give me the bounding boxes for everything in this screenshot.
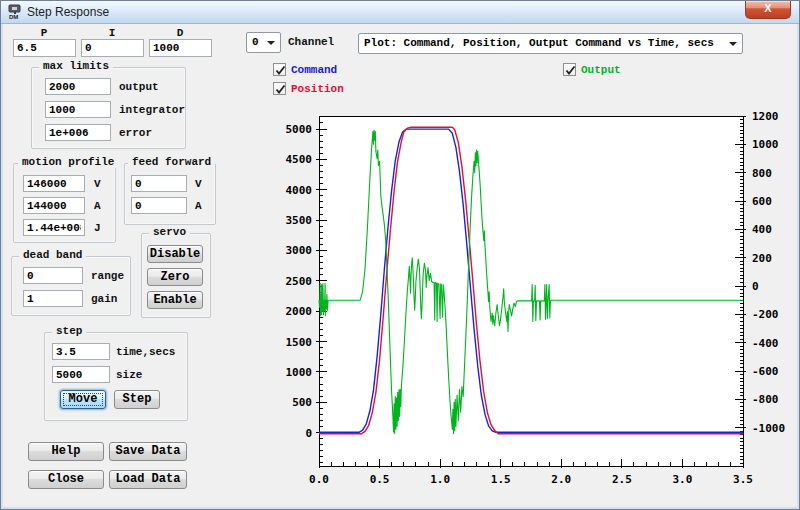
dead-band-group: dead band [11, 256, 131, 316]
error-limit-label: error [119, 127, 152, 139]
jerk-input[interactable] [23, 219, 85, 236]
position-checkbox[interactable] [273, 82, 286, 95]
servo-group-label: servo [149, 226, 190, 238]
ff-accel-input[interactable] [131, 197, 187, 214]
svg-text:-200: -200 [752, 308, 779, 321]
svg-text:1000: 1000 [286, 366, 313, 379]
svg-text:3500: 3500 [286, 214, 313, 227]
i-label: I [81, 27, 143, 39]
svg-text:5000: 5000 [286, 123, 313, 136]
deadband-gain-label: gain [91, 293, 117, 305]
step-response-dialog: DM Step Response X P I D 0 Channel Plot:… [0, 0, 800, 510]
step-time-input[interactable] [52, 343, 110, 360]
svg-text:1000: 1000 [752, 138, 779, 151]
svg-text:-600: -600 [752, 365, 779, 378]
svg-text:2.0: 2.0 [551, 473, 571, 486]
ff-accel-label: A [195, 200, 202, 212]
svg-text:1.5: 1.5 [491, 473, 511, 486]
chevron-down-icon [267, 41, 275, 45]
svg-text:600: 600 [752, 195, 772, 208]
disable-button[interactable]: Disable [147, 245, 203, 263]
titlebar-close-button[interactable]: X [745, 1, 791, 19]
plot-select-value: Plot: Command, Position, Output Command … [364, 37, 724, 49]
step-time-label: time,secs [116, 346, 175, 358]
velocity-label: V [94, 178, 101, 190]
svg-text:0.0: 0.0 [309, 473, 329, 486]
step-size-input[interactable] [52, 366, 110, 383]
channel-label: Channel [288, 36, 334, 48]
integrator-limit-label: integrator [119, 104, 185, 116]
check-icon [274, 64, 287, 77]
svg-text:0: 0 [752, 280, 759, 293]
velocity-input[interactable] [23, 175, 85, 192]
deadband-range-input[interactable] [23, 267, 83, 284]
position-checkbox-label: Position [291, 83, 344, 95]
d-input[interactable] [149, 39, 212, 57]
max-limits-group-label: max limits [39, 60, 113, 72]
step-response-chart: 0.00.51.01.52.02.53.03.50500100015002000… [271, 101, 800, 510]
integrator-limit-input[interactable] [45, 101, 111, 118]
jerk-label: J [94, 222, 101, 234]
svg-text:2500: 2500 [286, 275, 313, 288]
output-limit-input[interactable] [45, 78, 111, 95]
svg-text:0.5: 0.5 [370, 473, 390, 486]
svg-text:2.5: 2.5 [612, 473, 632, 486]
svg-text:DM: DM [9, 14, 18, 20]
window-title: Step Response [27, 5, 109, 19]
motion-profile-group-label: motion profile [18, 156, 118, 168]
svg-text:3000: 3000 [286, 244, 313, 257]
svg-text:-800: -800 [752, 393, 779, 406]
error-limit-input[interactable] [45, 124, 111, 141]
p-label: P [13, 27, 75, 39]
move-button[interactable]: Move [60, 390, 106, 409]
d-label: D [149, 27, 211, 39]
svg-text:1.0: 1.0 [430, 473, 450, 486]
channel-value: 0 [252, 36, 259, 48]
dead-band-group-label: dead band [19, 249, 86, 261]
channel-select[interactable]: 0 [246, 32, 281, 53]
app-icon: DM [7, 4, 23, 20]
command-checkbox-label: Command [291, 64, 337, 76]
svg-text:400: 400 [752, 223, 772, 236]
output-checkbox[interactable] [563, 63, 576, 76]
deadband-gain-input[interactable] [23, 290, 83, 307]
step-group-label: step [52, 325, 86, 337]
save-data-button[interactable]: Save Data [109, 442, 187, 461]
chevron-down-icon [729, 42, 737, 46]
ff-velocity-input[interactable] [131, 175, 187, 192]
svg-text:800: 800 [752, 167, 772, 180]
help-button[interactable]: Help [28, 442, 104, 461]
plot-select[interactable]: Plot: Command, Position, Output Command … [358, 33, 743, 54]
close-button[interactable]: Close [28, 470, 104, 489]
check-icon [274, 83, 287, 96]
output-checkbox-label: Output [581, 64, 621, 76]
svg-text:4500: 4500 [286, 153, 313, 166]
svg-text:-1000: -1000 [752, 422, 785, 435]
svg-text:4000: 4000 [286, 184, 313, 197]
svg-text:3.0: 3.0 [672, 473, 692, 486]
enable-button[interactable]: Enable [147, 291, 203, 309]
svg-text:0: 0 [305, 427, 312, 440]
check-icon [564, 64, 577, 77]
svg-text:500: 500 [292, 396, 312, 409]
step-size-label: size [116, 369, 142, 381]
svg-text:-400: -400 [752, 337, 779, 350]
svg-text:3.5: 3.5 [733, 473, 753, 486]
ff-velocity-label: V [195, 178, 202, 190]
zero-button[interactable]: Zero [147, 268, 203, 286]
i-input[interactable] [81, 39, 144, 57]
p-input[interactable] [13, 39, 76, 57]
output-limit-label: output [119, 81, 159, 93]
svg-text:1500: 1500 [286, 336, 313, 349]
feed-forward-group: feed forward [124, 163, 216, 225]
load-data-button[interactable]: Load Data [109, 470, 187, 489]
svg-text:200: 200 [752, 252, 772, 265]
feed-forward-group-label: feed forward [128, 156, 215, 168]
command-checkbox[interactable] [273, 63, 286, 76]
deadband-range-label: range [91, 270, 124, 282]
accel-input[interactable] [23, 197, 85, 214]
accel-label: A [94, 200, 101, 212]
step-button[interactable]: Step [114, 390, 160, 409]
svg-text:1200: 1200 [752, 110, 779, 123]
titlebar: DM Step Response X [1, 1, 799, 24]
